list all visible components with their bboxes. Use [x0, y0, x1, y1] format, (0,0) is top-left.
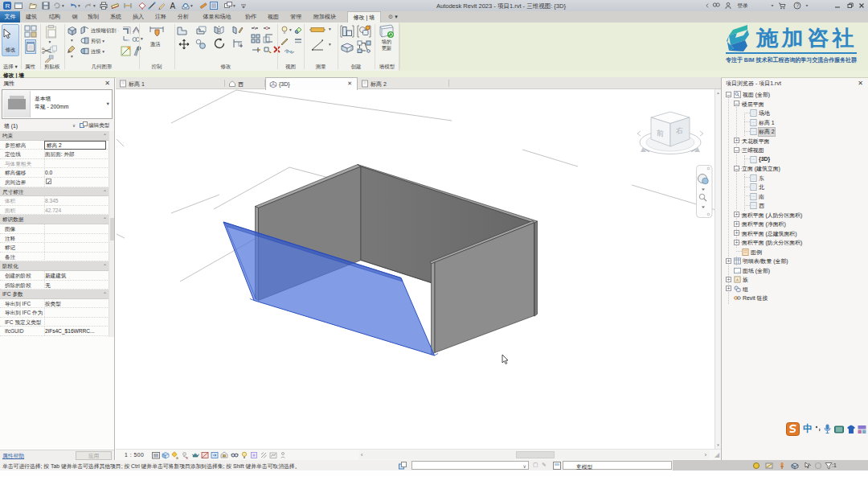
match-properties-icon[interactable]	[44, 55, 54, 63]
tree-expander[interactable]: –	[734, 101, 739, 106]
worksets-icon[interactable]	[399, 462, 407, 470]
edit-type-button[interactable]: 编辑类型	[80, 121, 114, 130]
view-tab-3[interactable]: 标高 2	[358, 77, 449, 89]
search-icon[interactable]	[711, 0, 721, 11]
rotate-icon[interactable]	[214, 38, 225, 50]
tree-expander[interactable]: +	[726, 286, 731, 291]
ribbon-tab-6[interactable]: 插入	[129, 11, 148, 23]
property-row[interactable]: 与体量相关	[0, 159, 109, 169]
tree-expander[interactable]: +	[726, 277, 731, 282]
properties-button[interactable]	[24, 25, 37, 38]
property-row[interactable]: 房间边界✓	[0, 178, 109, 187]
ribbon-tab-10[interactable]: 协作	[241, 11, 260, 23]
tree-item[interactable]: +明细表/数量 (全部)	[722, 256, 868, 265]
tree-item[interactable]: 图例	[722, 247, 868, 257]
property-row[interactable]: 标高偏移0.0	[0, 168, 109, 178]
drawing-area[interactable]: 前 右	[116, 89, 714, 449]
close-view-icon[interactable]: ✕	[347, 80, 352, 87]
resize-grip[interactable]: ◢	[714, 451, 721, 459]
apply-button[interactable]: 应用	[76, 451, 112, 460]
horizontal-scrollbar[interactable]: ‹ ›	[359, 450, 710, 459]
temporary-hide-icon[interactable]	[240, 451, 248, 459]
background-process-icon[interactable]	[814, 462, 822, 470]
tree-expander[interactable]: +	[734, 138, 739, 143]
cutaway-icon[interactable]	[294, 38, 302, 44]
ime-toolbar[interactable]: 中	[786, 419, 868, 440]
move-icon[interactable]	[178, 39, 190, 51]
active-workset-dropdown[interactable]: ∨	[411, 461, 529, 470]
skin-icon[interactable]	[846, 425, 856, 434]
property-row[interactable]: 注释	[0, 234, 109, 244]
property-row[interactable]: 图像	[0, 224, 109, 234]
properties-scrollbar[interactable]	[108, 131, 114, 337]
tree-item[interactable]: –楼层平面	[722, 99, 868, 109]
tree-expander[interactable]: +	[734, 240, 739, 245]
select-pins-icon[interactable]	[778, 462, 786, 470]
paste-button[interactable]	[45, 25, 57, 39]
properties-palette-button[interactable]	[25, 39, 36, 54]
temporary-properties-icon[interactable]	[260, 451, 268, 459]
tree-item[interactable]: –三维视图	[722, 145, 868, 154]
tree-expander[interactable]: –	[726, 92, 731, 97]
measure-angle-icon[interactable]	[310, 39, 325, 51]
dropdown-icon[interactable]	[769, 0, 776, 11]
property-row[interactable]: IFC 预定义类型	[0, 318, 109, 327]
property-row[interactable]: 拆除的阶段无	[0, 281, 109, 290]
toolbox-icon[interactable]	[858, 425, 866, 434]
pin-icon[interactable]	[251, 45, 260, 53]
ribbon-tab-9[interactable]: 体量和场地	[196, 11, 238, 23]
wall-update-button[interactable]: 墙的 更新	[375, 23, 399, 64]
property-row[interactable]: 创建的阶段新建建筑	[0, 271, 109, 281]
mic-icon[interactable]	[823, 424, 832, 434]
ribbon-tab-8[interactable]: 分析	[174, 11, 193, 23]
tree-item[interactable]: 图纸 (全部)	[722, 265, 868, 275]
copy-modify-icon[interactable]	[195, 39, 207, 50]
activate-controls-icon[interactable]	[149, 25, 165, 38]
dropdown-icon[interactable]	[804, 0, 810, 11]
sketch-icon[interactable]	[121, 46, 131, 56]
scale-icon[interactable]	[263, 34, 272, 43]
ribbon-tab-12[interactable]: 管理	[286, 11, 305, 23]
tree-item[interactable]: +族	[722, 274, 868, 284]
crop-view-icon[interactable]	[201, 451, 209, 459]
tree-item[interactable]: Revit 链接	[722, 293, 868, 302]
tree-item[interactable]: {3D}	[722, 154, 868, 164]
tree-item[interactable]: 西	[722, 200, 868, 210]
navigation-bar[interactable]	[697, 166, 713, 218]
unlocked-view-icon[interactable]	[231, 451, 239, 459]
render-icon[interactable]	[220, 451, 228, 459]
tree-item[interactable]: 标高 2	[722, 126, 868, 136]
design-options-icon[interactable]	[553, 462, 561, 470]
property-row[interactable]: 定位线面层面: 外部	[0, 150, 109, 159]
linework-icon[interactable]	[280, 38, 289, 46]
mirror-icon[interactable]	[214, 25, 224, 35]
override-graphics-icon[interactable]	[294, 26, 302, 34]
ribbon-tab-11[interactable]: 视图	[264, 11, 283, 23]
property-row[interactable]: 面积42.724	[0, 206, 109, 216]
join-icon[interactable]	[80, 47, 89, 55]
properties-help-link[interactable]: 属性帮助	[2, 452, 24, 460]
ribbon-tab-5[interactable]: 系统	[106, 11, 125, 23]
paint-icon[interactable]	[67, 44, 76, 54]
project-browser-close-icon[interactable]: ✕	[858, 80, 863, 87]
type-selector[interactable]: 基本墙 常规 - 200mm ▼	[2, 89, 113, 119]
punctuation-icon[interactable]	[815, 424, 821, 435]
worksharing-icon[interactable]	[280, 451, 288, 459]
design-option-dropdown[interactable]: 主模型 ∨	[563, 461, 672, 470]
ribbon-tab-3[interactable]: 钢	[68, 11, 82, 23]
tree-item[interactable]: +面积平面 (总建筑面积)	[722, 228, 868, 238]
help-icon[interactable]: ?	[792, 0, 801, 11]
shadows-icon[interactable]	[191, 451, 199, 459]
property-row[interactable]: 标记	[0, 243, 109, 253]
cut-geometry-icon[interactable]	[67, 26, 77, 36]
detail-level-icon[interactable]	[162, 451, 170, 459]
crop-region-icon[interactable]	[152, 451, 160, 459]
property-section[interactable]: IFC 参数⌃	[0, 290, 109, 299]
worksharing-display-icon[interactable]	[752, 462, 760, 470]
property-section[interactable]: 约束⌃	[0, 131, 109, 141]
tree-item[interactable]: –视图 (全部)	[722, 89, 868, 99]
tree-item[interactable]: +面积平面 (净面积)	[722, 219, 868, 228]
editable-only-checkbox[interactable]: ▢	[533, 462, 538, 468]
drag-on-selection-icon[interactable]	[804, 462, 812, 470]
vertical-scrollbar[interactable]: ▲ ▼	[714, 89, 721, 449]
